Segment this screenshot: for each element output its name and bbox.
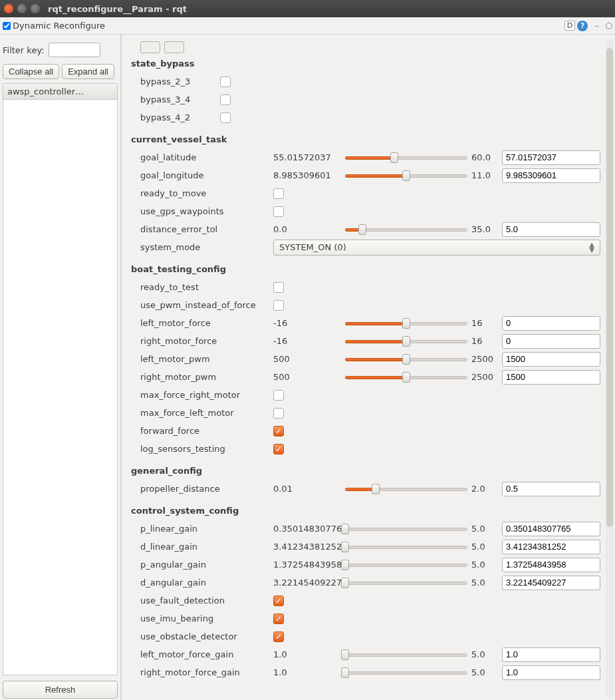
toolbar-stub-button[interactable] <box>140 41 160 53</box>
param-slider[interactable] <box>345 560 467 570</box>
param-label: bypass_3_4 <box>140 94 220 104</box>
slider-thumb-icon[interactable] <box>341 578 349 588</box>
slider-thumb-icon[interactable] <box>402 170 410 181</box>
param-select[interactable]: SYSTEM_ON (0)▲▼ <box>273 240 600 256</box>
perspective-label: Dynamic Reconfigure <box>13 21 105 31</box>
slider-thumb-icon[interactable] <box>341 524 349 534</box>
param-value-input[interactable] <box>502 222 600 237</box>
param-slider[interactable] <box>345 484 467 494</box>
param-value-input[interactable] <box>502 316 600 331</box>
param-value-input[interactable] <box>502 558 600 572</box>
param-slider[interactable] <box>345 524 467 534</box>
slider-thumb-icon[interactable] <box>372 484 380 494</box>
menubar: Dynamic Reconfigure D ? – <box>0 17 615 35</box>
param-checkbox[interactable] <box>273 444 284 454</box>
param-label: use_obstacle_detector <box>140 631 273 641</box>
param-label: max_force_right_motor <box>140 390 273 400</box>
param-row: ready_to_move <box>140 184 600 202</box>
param-checkbox[interactable] <box>273 282 284 293</box>
param-slider[interactable] <box>345 224 467 235</box>
param-value-input[interactable] <box>502 540 600 554</box>
param-checkbox[interactable] <box>273 408 284 419</box>
param-checkbox[interactable] <box>273 613 284 624</box>
param-max: 5.0 <box>467 542 497 552</box>
param-slider[interactable] <box>345 152 467 163</box>
window-maximize-icon[interactable] <box>31 4 40 13</box>
param-value-input[interactable] <box>502 150 600 165</box>
perspective-checkbox[interactable] <box>3 22 11 30</box>
scrollbar-thumb[interactable] <box>606 48 613 527</box>
param-value-input[interactable] <box>502 482 600 496</box>
float-panel-icon[interactable] <box>606 23 612 29</box>
param-checkbox[interactable] <box>273 300 284 311</box>
slider-thumb-icon[interactable] <box>341 560 349 570</box>
main-panel: state_bypassbypass_2_3bypass_3_4bypass_4… <box>121 35 615 700</box>
param-min: 0.01 <box>273 484 345 494</box>
param-value-input[interactable] <box>502 370 600 385</box>
group-title: boat_testing_config <box>131 264 600 274</box>
param-value-input[interactable] <box>502 665 600 680</box>
node-tree[interactable]: awsp_controller… <box>3 83 118 675</box>
param-label: forward_force <box>140 426 273 436</box>
param-checkbox[interactable] <box>273 596 284 606</box>
param-max: 2500 <box>467 372 497 382</box>
param-slider[interactable] <box>345 354 467 365</box>
param-row: bypass_3_4 <box>140 90 600 108</box>
param-row: bypass_2_3 <box>140 73 600 90</box>
param-slider[interactable] <box>345 170 467 181</box>
param-value-input[interactable] <box>502 647 600 662</box>
window-minimize-icon[interactable] <box>17 4 27 13</box>
param-checkbox[interactable] <box>273 206 284 217</box>
slider-thumb-icon[interactable] <box>341 667 349 678</box>
param-checkbox[interactable] <box>220 77 231 87</box>
filter-input[interactable] <box>49 43 100 57</box>
param-row: p_linear_gain0.3501483077655.0 <box>140 520 600 538</box>
param-slider[interactable] <box>345 667 467 678</box>
slider-thumb-icon[interactable] <box>402 354 410 365</box>
param-checkbox[interactable] <box>273 188 284 199</box>
slider-thumb-icon[interactable] <box>390 152 398 163</box>
vertical-scrollbar[interactable] <box>606 39 614 699</box>
help-icon[interactable]: ? <box>577 21 588 31</box>
param-slider[interactable] <box>345 649 467 660</box>
dock-badge[interactable]: D <box>564 21 575 31</box>
param-label: left_motor_force <box>140 318 273 328</box>
param-max: 35.0 <box>467 224 497 234</box>
param-value-input[interactable] <box>502 576 600 590</box>
slider-thumb-icon[interactable] <box>341 649 349 660</box>
param-checkbox[interactable] <box>273 390 284 401</box>
expand-all-button[interactable]: Expand all <box>62 64 114 79</box>
slider-thumb-icon[interactable] <box>402 336 410 347</box>
collapse-all-button[interactable]: Collapse all <box>3 64 59 79</box>
param-min: -16 <box>273 336 345 346</box>
param-value-input[interactable] <box>502 522 600 536</box>
param-checkbox[interactable] <box>273 631 284 642</box>
param-slider[interactable] <box>345 372 467 383</box>
param-value-input[interactable] <box>502 334 600 349</box>
refresh-button[interactable]: Refresh <box>3 681 118 699</box>
param-slider[interactable] <box>345 542 467 552</box>
window-close-icon[interactable] <box>4 4 13 13</box>
minimize-panel-icon[interactable]: – <box>594 21 599 31</box>
param-value-input[interactable] <box>502 168 600 183</box>
param-checkbox[interactable] <box>220 112 231 123</box>
param-checkbox[interactable] <box>220 94 231 105</box>
toolbar-stub-button[interactable] <box>164 41 184 53</box>
param-value-input[interactable] <box>502 352 600 367</box>
param-min: 8.985309601 <box>273 170 345 180</box>
param-slider[interactable] <box>345 578 467 588</box>
slider-thumb-icon[interactable] <box>402 372 410 383</box>
slider-thumb-icon[interactable] <box>402 318 410 329</box>
param-checkbox[interactable] <box>273 426 284 437</box>
param-label: d_linear_gain <box>140 542 273 552</box>
slider-thumb-icon[interactable] <box>341 542 349 552</box>
param-slider[interactable] <box>345 336 467 347</box>
param-max: 5.0 <box>467 560 497 570</box>
param-min: 0.350148307765 <box>273 524 345 534</box>
chevron-up-down-icon: ▲▼ <box>589 242 594 253</box>
slider-thumb-icon[interactable] <box>358 224 366 235</box>
param-slider[interactable] <box>345 318 467 329</box>
tree-item-awsp-controller[interactable]: awsp_controller… <box>3 84 117 100</box>
param-row: log_sensors_testing <box>140 440 600 458</box>
param-row: d_linear_gain3.412343812525.0 <box>140 538 600 556</box>
